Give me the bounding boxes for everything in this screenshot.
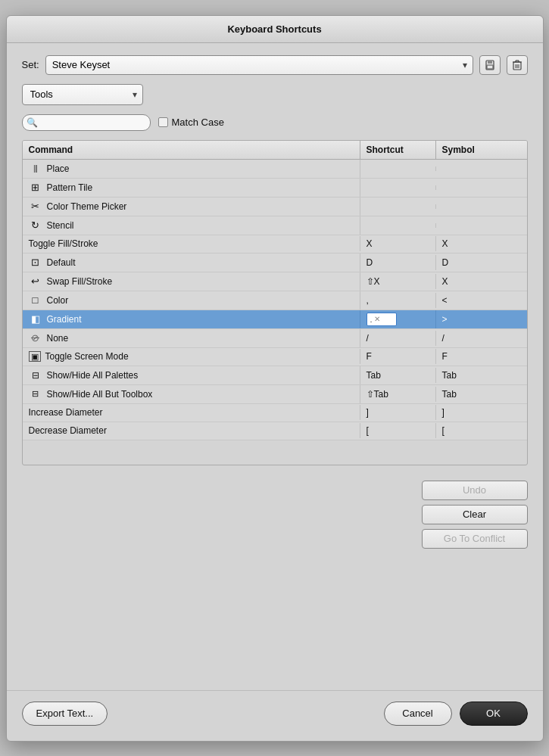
header-shortcut: Shortcut (360, 141, 436, 159)
table-row[interactable]: ↻ Stencil (23, 216, 527, 235)
toggle-screen-icon: ▣ (29, 351, 41, 362)
category-select[interactable]: Tools Menu Commands Type (22, 84, 143, 105)
table-row[interactable]: ↩ Swap Fill/Stroke ⇧X X (23, 272, 527, 291)
cell-symbol (436, 185, 527, 190)
dialog-body: Set: Steve Keyset Default Custom (7, 43, 543, 690)
table-body[interactable]: ||| Place ⊞ Pattern Tile (23, 160, 527, 465)
cell-symbol: Tab (436, 368, 527, 383)
table-row[interactable]: Decrease Diameter [ [ (23, 422, 527, 440)
action-buttons: Undo Clear Go To Conflict (22, 474, 528, 555)
footer-right: Cancel OK (384, 702, 528, 726)
export-text-button[interactable]: Export Text... (22, 702, 108, 726)
cell-command: Toggle Fill/Stroke (23, 236, 360, 251)
match-case-label[interactable]: Match Case (158, 117, 224, 128)
save-keyset-button[interactable] (479, 55, 501, 75)
dialog-footer: Export Text... Cancel OK (7, 690, 543, 741)
table-row[interactable]: ✂ Color Theme Picker (23, 198, 527, 216)
cell-symbol-gradient: > (436, 312, 527, 327)
cell-symbol: [ (436, 423, 527, 438)
cell-command: ✂ Color Theme Picker (23, 198, 360, 216)
cell-shortcut (360, 185, 436, 190)
cell-command-gradient: ◧ Gradient (23, 310, 360, 328)
cell-shortcut-gradient[interactable]: . ✕ (360, 310, 436, 328)
table-row[interactable]: Increase Diameter ] ] (23, 404, 527, 422)
table-row[interactable]: ||| Place (23, 160, 527, 179)
table-row[interactable]: ⊡ Default D D (23, 254, 527, 272)
search-input[interactable] (22, 114, 151, 131)
cell-command: ⊘ None (23, 329, 360, 347)
cell-shortcut: ⇧Tab (360, 387, 436, 402)
table-row-gradient[interactable]: ◧ Gradient . ✕ > (23, 310, 527, 329)
set-label: Set: (22, 59, 39, 70)
keyboard-shortcuts-dialog: Keyboard Shortcuts Set: Steve Keyset Def… (6, 15, 544, 742)
cell-command: ↻ Stencil (23, 216, 360, 235)
cell-command: ▣ Toggle Screen Mode (23, 349, 360, 364)
cell-command: Decrease Diameter (23, 423, 360, 438)
search-match-row: 🔍 Match Case (22, 114, 528, 131)
cell-symbol: X (436, 236, 527, 251)
show-hide-palettes-icon: ⊟ (29, 369, 42, 382)
gradient-icon: ◧ (29, 313, 42, 326)
cell-command: ⊟ Show/Hide All But Toolbox (23, 385, 360, 403)
cell-symbol: F (436, 349, 527, 364)
table-row[interactable]: Toggle Fill/Stroke X X (23, 235, 527, 254)
svg-rect-2 (487, 65, 493, 69)
undo-button[interactable]: Undo (422, 481, 528, 500)
color-icon: □ (29, 294, 42, 307)
cell-shortcut: Tab (360, 368, 436, 383)
table-row[interactable]: ⊟ Show/Hide All But Toolbox ⇧Tab Tab (23, 385, 527, 404)
svg-rect-1 (488, 61, 492, 64)
category-row: Tools Menu Commands Type (22, 84, 528, 105)
table-header: Command Shortcut Symbol (23, 141, 527, 160)
header-symbol: Symbol (436, 141, 527, 159)
category-select-wrapper: Tools Menu Commands Type (22, 84, 143, 105)
table-row[interactable]: □ Color , < (23, 291, 527, 310)
cell-command: □ Color (23, 291, 360, 310)
table-row[interactable]: ⊘ None / / (23, 329, 527, 348)
cell-command: ||| Place (23, 160, 360, 178)
search-box: 🔍 (22, 114, 151, 131)
cell-shortcut: X (360, 236, 436, 251)
delete-keyset-button[interactable] (507, 55, 528, 75)
none-icon: ⊘ (29, 331, 42, 345)
go-to-conflict-button[interactable]: Go To Conflict (422, 529, 528, 549)
shortcut-clear-icon[interactable]: ✕ (374, 315, 380, 323)
cell-shortcut: [ (360, 423, 436, 438)
match-case-text: Match Case (172, 117, 224, 128)
default-icon: ⊡ (29, 256, 42, 269)
table-row[interactable]: ⊟ Show/Hide All Palettes Tab Tab (23, 366, 527, 385)
cell-symbol (436, 204, 527, 209)
dialog-title: Keyboard Shortcuts (227, 23, 321, 35)
show-hide-toolbox-icon: ⊟ (29, 387, 42, 401)
dialog-title-bar: Keyboard Shortcuts (7, 16, 543, 43)
table-row[interactable]: ▣ Toggle Screen Mode F F (23, 348, 527, 366)
cell-shortcut (360, 223, 436, 228)
cell-shortcut (360, 166, 436, 171)
set-row: Set: Steve Keyset Default Custom (22, 55, 528, 75)
cancel-button[interactable]: Cancel (384, 702, 452, 726)
cell-shortcut: ] (360, 405, 436, 420)
ok-button[interactable]: OK (460, 702, 528, 726)
search-icon: 🔍 (27, 117, 38, 128)
cell-symbol (436, 223, 527, 228)
cell-shortcut: / (360, 331, 436, 346)
footer-left: Export Text... (22, 702, 108, 726)
shortcut-dot: . (370, 315, 373, 324)
cell-command: ⊟ Show/Hide All Palettes (23, 366, 360, 384)
clear-button[interactable]: Clear (422, 505, 528, 524)
header-command: Command (23, 141, 360, 159)
table-row[interactable]: ⊞ Pattern Tile (23, 179, 527, 198)
swap-fill-stroke-icon: ↩ (29, 275, 42, 288)
cell-symbol (436, 166, 527, 171)
commands-table: Command Shortcut Symbol ||| Place (22, 140, 528, 465)
stencil-icon: ↻ (29, 219, 42, 232)
cell-command: ⊡ Default (23, 254, 360, 272)
cell-shortcut (360, 204, 436, 209)
match-case-checkbox[interactable] (158, 117, 168, 127)
cell-shortcut: D (360, 255, 436, 270)
cell-command: ⊞ Pattern Tile (23, 179, 360, 197)
pattern-tile-icon: ⊞ (29, 181, 42, 194)
shortcut-input-field[interactable]: . ✕ (367, 313, 397, 326)
set-select[interactable]: Steve Keyset Default Custom (45, 55, 473, 75)
cell-symbol: ] (436, 405, 527, 420)
